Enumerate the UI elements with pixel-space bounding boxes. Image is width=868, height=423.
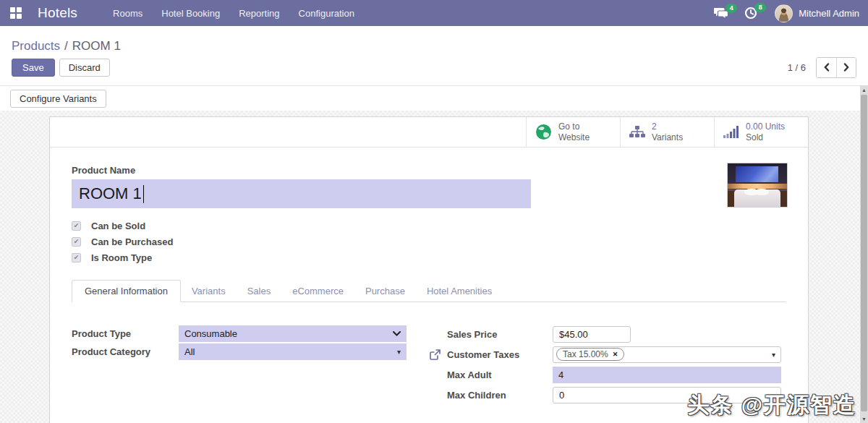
menu-item-rooms[interactable]: Rooms <box>105 4 150 23</box>
product-type-row: Product Type Consumable <box>72 325 407 342</box>
notebook-tabs: General Information Variants Sales eComm… <box>72 280 786 302</box>
max-adult-input[interactable]: 4 <box>553 367 781 383</box>
product-name-value: ROOM 1 <box>79 184 142 203</box>
can-be-purchased-checkbox[interactable]: ✔ <box>72 237 81 247</box>
top-navbar: Hotels Rooms Hotel Booking Reporting Con… <box>0 0 868 26</box>
product-category-row: Product Category All ▾ <box>72 343 407 360</box>
content-area: Go to Website 2 Variants <box>0 111 868 423</box>
breadcrumb-current: ROOM 1 <box>72 39 121 54</box>
messages-button[interactable]: 4 <box>708 4 734 22</box>
tab-general-information[interactable]: General Information <box>72 280 181 302</box>
menu-item-reporting[interactable]: Reporting <box>231 4 287 23</box>
watermark-text: 头条 @开源智造 <box>687 390 856 420</box>
pager: 1 / 6 <box>788 57 856 78</box>
external-link-icon[interactable] <box>430 349 441 360</box>
max-adult-value: 4 <box>558 369 563 380</box>
scroll-down-arrow[interactable]: ▼ <box>860 414 868 423</box>
menu-item-configuration[interactable]: Configuration <box>291 4 362 23</box>
chevron-left-icon <box>823 63 830 72</box>
variants-stat-button[interactable]: 2 Variants <box>620 117 714 147</box>
sales-price-value: $45.00 <box>559 329 588 340</box>
user-name: Mitchell Admin <box>799 8 859 19</box>
customer-taxes-label: Customer Taxes <box>447 349 553 360</box>
tax-tag: Tax 15.00% ✕ <box>556 348 624 361</box>
scroll-up-arrow[interactable]: ▲ <box>860 85 868 94</box>
globe-icon <box>535 124 552 140</box>
stat-button-row: Go to Website 2 Variants <box>50 117 808 148</box>
product-type-value: Consumable <box>184 328 237 339</box>
configure-variants-button[interactable]: Configure Variants <box>10 90 106 108</box>
field-columns: Product Type Consumable Product Category… <box>72 325 786 406</box>
can-be-sold-label: Can be Sold <box>91 221 145 231</box>
sales-price-label: Sales Price <box>447 329 553 340</box>
vertical-scrollbar[interactable]: ▲ ▼ <box>860 85 868 423</box>
units-sold-stat-button[interactable]: 0.00 Units Sold <box>714 117 808 147</box>
scrollbar-thumb[interactable] <box>861 95 867 411</box>
max-adult-row: Max Adult 4 <box>430 366 786 383</box>
product-form-sheet: Go to Website 2 Variants <box>49 116 809 423</box>
chevron-down-icon <box>393 331 401 336</box>
max-children-label: Max Children <box>447 390 553 401</box>
can-be-purchased-label: Can be Purchased <box>91 236 173 247</box>
save-button[interactable]: Save <box>12 59 55 77</box>
bar-chart-icon <box>723 126 739 139</box>
stat-units-sold-value: 0.00 Units <box>746 121 785 132</box>
product-category-label: Product Category <box>72 346 179 357</box>
can-be-sold-checkbox[interactable]: ✔ <box>72 221 81 231</box>
pager-next-button[interactable] <box>836 58 856 77</box>
product-type-select[interactable]: Consumable <box>179 325 407 342</box>
tab-purchase[interactable]: Purchase <box>354 281 416 302</box>
product-type-label: Product Type <box>72 328 179 339</box>
text-cursor <box>143 185 145 203</box>
breadcrumb-products-link[interactable]: Products <box>12 39 60 54</box>
activities-button[interactable]: 8 <box>739 4 763 22</box>
product-category-value: All <box>184 346 195 357</box>
product-category-select[interactable]: All ▾ <box>179 343 407 360</box>
stat-website-line1: Go to <box>558 121 590 132</box>
max-children-value: 0 <box>559 390 564 401</box>
chevron-right-icon <box>843 63 850 72</box>
sitemap-icon <box>629 126 645 138</box>
tab-ecommerce[interactable]: eCommerce <box>281 281 354 302</box>
room-photo-window <box>736 166 778 182</box>
sheet-body: Product Name ROOM 1 ✔ Can be Sold ✔ Can … <box>50 148 808 423</box>
breadcrumb-separator: / <box>64 39 68 54</box>
pager-previous-button[interactable] <box>817 58 836 77</box>
sales-price-input[interactable]: $45.00 <box>553 326 631 343</box>
tax-tag-label: Tax 15.00% <box>563 349 608 359</box>
stat-variants-label: Variants <box>652 132 683 143</box>
product-name-input[interactable]: ROOM 1 <box>72 179 531 208</box>
caret-down-icon: ▾ <box>772 351 775 359</box>
app-brand-hotels[interactable]: Hotels <box>38 5 77 21</box>
breadcrumb: Products / ROOM 1 <box>0 26 868 55</box>
tab-variants[interactable]: Variants <box>181 281 237 302</box>
activities-badge: 8 <box>754 3 766 12</box>
messages-badge: 4 <box>726 4 737 13</box>
go-to-website-button[interactable]: Go to Website <box>526 117 620 147</box>
tax-tag-remove-icon[interactable]: ✕ <box>613 351 618 358</box>
stat-website-line2: Website <box>558 132 590 143</box>
tab-hotel-amenities[interactable]: Hotel Amenities <box>416 281 503 302</box>
left-field-column: Product Type Consumable Product Category… <box>72 325 407 406</box>
apps-menu-button[interactable] <box>6 3 26 23</box>
systray: 4 8 Mitchell Admin <box>708 4 859 22</box>
can-be-sold-row: ✔ Can be Sold <box>72 218 786 234</box>
discard-button[interactable]: Discard <box>59 59 110 77</box>
user-menu[interactable]: Mitchell Admin <box>775 4 859 22</box>
can-be-purchased-row: ✔ Can be Purchased <box>72 234 786 249</box>
is-room-type-checkbox[interactable]: ✔ <box>72 253 81 262</box>
caret-down-icon: ▾ <box>397 348 401 356</box>
stat-units-sold-label: Sold <box>746 132 785 143</box>
room-photo-glow <box>728 184 787 189</box>
main-menu: Rooms Hotel Booking Reporting Configurat… <box>105 4 362 23</box>
control-panel-actions: Save Discard 1 / 6 <box>0 55 868 85</box>
product-name-label: Product Name <box>72 165 786 176</box>
statusbar: Configure Variants <box>0 86 868 111</box>
menu-item-hotel-booking[interactable]: Hotel Booking <box>153 4 228 23</box>
tab-sales[interactable]: Sales <box>237 281 282 302</box>
customer-taxes-input[interactable]: Tax 15.00% ✕ ▾ <box>553 346 781 363</box>
is-room-type-label: Is Room Type <box>91 252 152 263</box>
product-image-thumbnail[interactable] <box>727 163 788 208</box>
sales-price-row: Sales Price $45.00 <box>430 325 786 343</box>
stat-variants-count: 2 <box>652 121 683 132</box>
